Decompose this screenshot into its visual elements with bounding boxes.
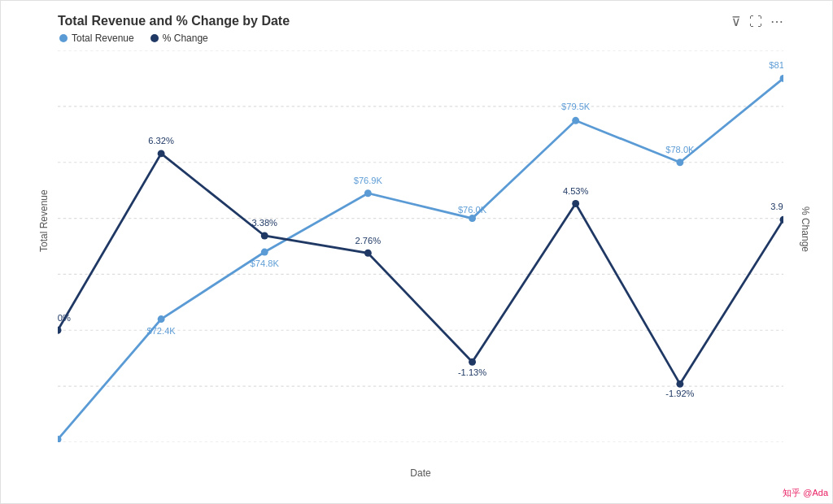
legend: Total Revenue % Change xyxy=(59,33,783,44)
chart-header: Total Revenue and % Change by Date ⊽ ⛶ ⋯ xyxy=(58,14,783,29)
pct-dot-0 xyxy=(58,327,61,334)
rev-label-7: $81.0K xyxy=(769,60,783,70)
legend-label-pct: % Change xyxy=(163,33,208,44)
rev-label-5: $79.5K xyxy=(561,102,591,111)
pct-dot-1 xyxy=(158,150,165,157)
pct-dot-3 xyxy=(364,250,372,257)
pct-label-7: 3.96% xyxy=(770,202,783,211)
rev-dot-5 xyxy=(572,117,579,124)
legend-item-pct: % Change xyxy=(150,33,208,44)
expand-icon[interactable]: ⛶ xyxy=(749,15,762,29)
pct-dot-4 xyxy=(469,358,476,366)
y-axis-right-label: % Change xyxy=(800,206,811,252)
pct-label-1: 6.32% xyxy=(148,136,174,146)
revenue-line xyxy=(58,78,783,439)
pct-line xyxy=(58,154,783,384)
chart-container: Total Revenue and % Change by Date ⊽ ⛶ ⋯… xyxy=(0,0,833,504)
pct-dot-5 xyxy=(572,200,579,207)
rev-dot-6 xyxy=(676,159,683,166)
pct-label-6: -1.92% xyxy=(665,389,694,398)
pct-label-2: 3.38% xyxy=(251,218,277,228)
legend-label-revenue: Total Revenue xyxy=(72,33,134,44)
chart-area: Total Revenue % Change Date $82K $80K $7… xyxy=(58,50,783,442)
rev-label-3: $76.9K xyxy=(354,176,383,185)
chart-title: Total Revenue and % Change by Date xyxy=(58,14,290,28)
rev-dot-1 xyxy=(158,315,165,323)
rev-dot-4 xyxy=(469,215,476,222)
pct-dot-2 xyxy=(261,232,268,240)
legend-dot-revenue xyxy=(59,34,68,42)
toolbar: ⊽ ⛶ ⋯ xyxy=(731,14,783,29)
main-svg: $82K $80K $78K $76K $74K $72K $70K $68K … xyxy=(58,50,783,442)
more-icon[interactable]: ⋯ xyxy=(770,14,783,29)
pct-label-0: 0.00% xyxy=(58,313,71,323)
x-axis-label: Date xyxy=(410,467,430,479)
pct-dot-6 xyxy=(676,380,683,388)
filter-icon[interactable]: ⊽ xyxy=(731,14,741,29)
rev-label-6: $78.0K xyxy=(665,145,695,154)
pct-dot-7 xyxy=(780,216,783,224)
rev-label-4: $76.0K xyxy=(458,204,487,214)
legend-dot-pct xyxy=(150,34,159,42)
rev-dot-2 xyxy=(261,249,268,256)
pct-label-4: -1.13% xyxy=(458,367,486,377)
rev-dot-3 xyxy=(364,189,372,197)
watermark: 知乎 @Ada xyxy=(783,487,828,499)
pct-label-3: 2.76% xyxy=(355,236,382,245)
pct-label-5: 4.53% xyxy=(563,186,589,196)
rev-label-2: $74.8K xyxy=(251,259,280,268)
rev-label-1: $72.4K xyxy=(146,326,176,336)
legend-item-revenue: Total Revenue xyxy=(59,33,134,44)
y-axis-left-label: Total Revenue xyxy=(38,189,50,252)
